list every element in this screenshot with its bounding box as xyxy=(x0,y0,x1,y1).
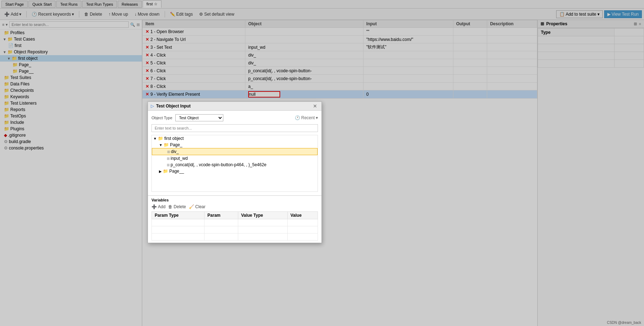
modal-tree-page[interactable]: ▼ 📁 Page_ xyxy=(152,142,318,148)
table-row: ✕4 - Clickdiv_ xyxy=(143,51,537,59)
sort-properties-icon[interactable]: ≡ xyxy=(639,22,641,26)
modal-tree-p-concat[interactable]: ⊞ p_concat(id(, , vcode-spin-button-p464… xyxy=(152,162,318,168)
sidebar-item-build-gradle[interactable]: ⚙ build.gradle xyxy=(0,138,142,145)
sidebar-item-test-cases[interactable]: ▼ 📁 Test Cases xyxy=(0,36,142,42)
properties-icon: ⚙ xyxy=(4,146,8,151)
search-icon[interactable]: 🔍 xyxy=(130,22,135,27)
folder-icon: 📁 xyxy=(7,49,13,54)
watermark: CSDN @dream_back xyxy=(607,321,641,325)
variables-delete-button[interactable]: 🗑 Delete xyxy=(168,204,186,209)
chevron-icon: ▼ xyxy=(3,50,6,54)
tab-start-page[interactable]: Start Page xyxy=(1,1,28,8)
variables-add-button[interactable]: ➕ Add xyxy=(151,204,165,209)
sidebar-item-test-suites[interactable]: 📁 Test Suites xyxy=(0,74,142,81)
delete-button[interactable]: 🗑 Delete xyxy=(82,11,104,17)
modal-close-button[interactable]: ✕ xyxy=(312,103,319,109)
row-x-icon: ✕ xyxy=(145,92,149,97)
view-test-run-button[interactable]: ▶ View Test Run xyxy=(604,10,642,18)
page2-folder-icon: 📁 xyxy=(163,169,168,174)
edit-tags-button[interactable]: ✏️ Edit tags xyxy=(168,11,195,17)
clock-icon: 🕐 xyxy=(32,12,37,17)
search-input[interactable] xyxy=(9,21,129,28)
add-icon: ➕ xyxy=(151,204,157,209)
sort-icon[interactable]: ≡ xyxy=(2,22,4,27)
sidebar-item-first[interactable]: 📄 first xyxy=(0,42,142,49)
clock-icon: 🕐 xyxy=(295,115,300,120)
object-type-select[interactable]: Test ObjectShadow Root ObjectWindow Obje… xyxy=(175,114,223,121)
page-folder-icon: 📁 xyxy=(164,142,169,147)
spacer xyxy=(165,150,166,154)
modal-title: Test Object Input xyxy=(156,104,309,109)
set-default-view-button[interactable]: ⚙ Set default view xyxy=(197,11,236,17)
move-down-button[interactable]: ↓ Move down xyxy=(132,11,161,17)
table-row xyxy=(152,233,318,241)
row-x-icon: ✕ xyxy=(145,37,149,42)
table-row: ✕1 - Open Browser"" xyxy=(143,28,537,36)
filter-icon[interactable]: ▾ xyxy=(6,22,8,27)
move-up-icon: ↑ xyxy=(108,12,111,17)
table-icon: ⊞ xyxy=(541,21,544,26)
sidebar-item-checkpoints[interactable]: 📁 Checkpoints xyxy=(0,87,142,94)
sidebar-item-plugins[interactable]: 📁 Plugins xyxy=(0,126,142,132)
test-table: Item Object Input Output Description ✕1 … xyxy=(142,20,537,99)
tab-bar: Start Page Quick Start Test Runs Test Ru… xyxy=(0,0,644,9)
sidebar-item-page__[interactable]: 📁 Page__ xyxy=(0,68,142,74)
add-to-suite-button[interactable]: 📋 Add to test suite ▾ xyxy=(556,10,603,18)
move-up-button[interactable]: ↑ Move up xyxy=(106,11,130,17)
sidebar-item-object-repository[interactable]: ▼ 📁 Object Repository xyxy=(0,49,142,55)
properties-header: ⊞ Properties ⊞ ≡ xyxy=(538,20,644,28)
object-type-label: Object Type xyxy=(151,116,172,120)
row-x-icon: ✕ xyxy=(145,61,149,65)
tab-quick-start[interactable]: Quick Start xyxy=(28,1,55,8)
tab-releases[interactable]: Releases xyxy=(118,1,142,8)
sidebar-item-page-[interactable]: 📁 Page_ xyxy=(0,62,142,68)
recent-keywords-button[interactable]: 🕐 Recent keywords ▾ xyxy=(30,11,76,17)
table-row: ✕6 - Clickp_concat(id(, , vcode-spin-but… xyxy=(143,67,537,75)
sidebar-item-data-files[interactable]: 📁 Data Files xyxy=(0,81,142,87)
sidebar-item-testops[interactable]: 📁 TestOps xyxy=(0,113,142,119)
modal-tree-root[interactable]: ▼ 📁 first object xyxy=(152,135,318,142)
sidebar-item-reports[interactable]: 📁 Reports xyxy=(0,106,142,113)
variables-header: Variables xyxy=(151,198,318,202)
suite-icon: 📋 xyxy=(559,12,565,17)
sidebar-item-console-properties[interactable]: ⚙ console.properties xyxy=(0,145,142,151)
move-down-icon: ↓ xyxy=(134,12,137,17)
table-row: ✕7 - Clickp_concat(id(, , vcode-spin-but… xyxy=(143,75,537,83)
table-row: ✕5 - Clickdiv_ xyxy=(143,59,537,67)
table-row xyxy=(152,226,318,233)
variables-clear-button[interactable]: 🧹 Clear xyxy=(189,204,206,209)
modal-tree-page2[interactable]: ▶ 📁 Page__ xyxy=(152,168,318,174)
tab-test-runs[interactable]: Test Runs xyxy=(56,1,81,8)
separator xyxy=(26,11,27,17)
toolbar-right: 📋 Add to test suite ▾ ▶ View Test Run xyxy=(556,10,642,18)
row-x-icon: ✕ xyxy=(145,68,149,73)
col-param: Param xyxy=(204,212,238,219)
filter-properties-icon[interactable]: ⊞ xyxy=(634,22,637,26)
folder-icon: 📁 xyxy=(7,37,13,42)
gear-icon: ⚙ xyxy=(199,12,203,17)
sidebar-item-gitignore[interactable]: ◆ .gitignore xyxy=(0,132,142,138)
sidebar-item-profiles[interactable]: 📁 Profiles xyxy=(0,30,142,36)
sidebar-item-include[interactable]: 📁 Include xyxy=(0,119,142,126)
sidebar-item-test-listeners[interactable]: 📁 Test Listeners xyxy=(0,100,142,106)
modal-tree-div[interactable]: ⊞ div_ xyxy=(152,148,318,155)
table-row: ✕8 - Clicka_ xyxy=(143,83,537,90)
recent-button[interactable]: 🕐 Recent ▾ xyxy=(295,115,318,120)
clear-icon: 🧹 xyxy=(189,204,194,209)
tab-run-types[interactable]: Test Run Types xyxy=(82,1,117,8)
git-icon: ◆ xyxy=(4,133,7,138)
sidebar-item-keywords[interactable]: 📁 Keywords xyxy=(0,94,142,100)
row-x-icon: ✕ xyxy=(145,84,149,89)
null-object-input[interactable] xyxy=(248,91,280,98)
modal-search-input[interactable] xyxy=(151,124,318,132)
folder-icon: 📁 xyxy=(4,94,9,99)
sidebar-item-first-object[interactable]: ▼ 📁 first object xyxy=(0,55,142,62)
add-button[interactable]: ➕ Add ▾ xyxy=(2,11,23,17)
col-param-type: Param Type xyxy=(152,212,204,219)
filter2-icon[interactable]: ⊞ xyxy=(137,22,140,27)
folder-icon: 📁 xyxy=(12,62,18,67)
modal-tree-input-wd[interactable]: ⊞ input_wd xyxy=(152,155,318,162)
tab-first[interactable]: first ☆ xyxy=(143,0,161,8)
separator-3 xyxy=(165,11,165,17)
separator-2 xyxy=(79,11,79,17)
